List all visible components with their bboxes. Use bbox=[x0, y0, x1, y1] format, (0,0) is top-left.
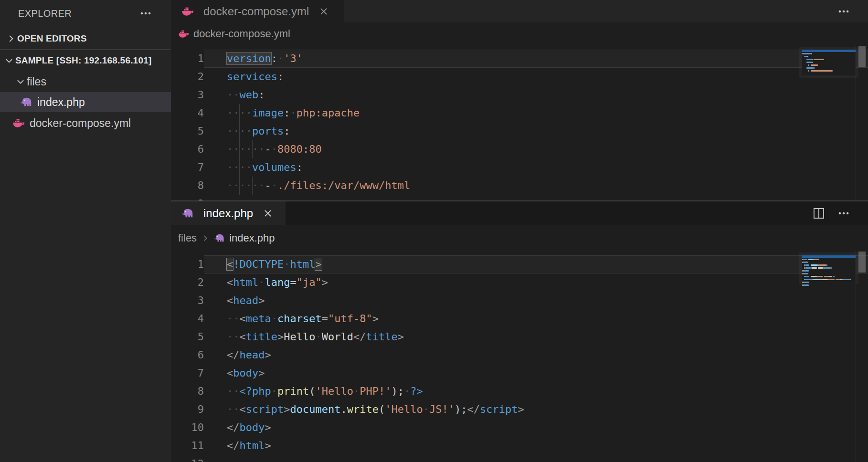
code-line: 6</head> bbox=[171, 346, 868, 364]
line-number: 8 bbox=[171, 382, 204, 400]
editor-actions bbox=[812, 201, 868, 225]
php-elephant-icon bbox=[20, 96, 32, 108]
more-actions-icon[interactable] bbox=[836, 206, 851, 220]
line-number: 6 bbox=[171, 140, 204, 158]
code-line: 1<!DOCTYPE·html> bbox=[171, 255, 868, 273]
line-number: 3 bbox=[171, 86, 204, 104]
explorer-more-actions-icon[interactable] bbox=[138, 6, 153, 21]
minimap[interactable] bbox=[802, 50, 856, 75]
code-line: 7····volumes: bbox=[171, 158, 868, 177]
code-line: 8······-·./files:/var/www/html bbox=[171, 177, 868, 195]
line-number: 10 bbox=[171, 419, 204, 437]
code-editor-index-php[interactable]: 1<!DOCTYPE·html>2<html·lang="ja">3<head>… bbox=[171, 251, 868, 462]
chevron-right-icon bbox=[5, 32, 17, 45]
chevron-down-icon bbox=[14, 75, 27, 88]
sidebar-item-files[interactable]: files bbox=[0, 72, 171, 92]
code-line: 4····image:·php:apache bbox=[171, 104, 868, 122]
line-number: 9 bbox=[171, 195, 204, 200]
code-editor-docker-compose[interactable]: 1version:·'3'2services:3··web:4····image… bbox=[171, 45, 868, 200]
file-label: index.php bbox=[37, 96, 85, 109]
code-line: 11</html> bbox=[171, 437, 868, 455]
line-number: 12 bbox=[171, 455, 204, 462]
tab-label: index.php bbox=[203, 207, 253, 220]
docker-whale-icon bbox=[178, 28, 189, 39]
tab-index-php[interactable]: index.php bbox=[171, 201, 286, 225]
code-line: 12 bbox=[171, 455, 868, 462]
line-number: 3 bbox=[171, 292, 204, 310]
vscode-window: EXPLORER OPEN EDITORS SAMPLE [SSH: 192.1… bbox=[0, 0, 868, 462]
code-line: 2services: bbox=[171, 68, 868, 86]
scrollbar-thumb[interactable] bbox=[858, 252, 866, 273]
line-number: 6 bbox=[171, 346, 204, 364]
line-number: 8 bbox=[171, 177, 204, 195]
code-line: 3<head> bbox=[171, 292, 868, 310]
vertical-scrollbar[interactable] bbox=[856, 45, 868, 200]
editor-area: docker-compose.yml docker-compose.yml 1v… bbox=[171, 0, 868, 462]
chevron-down-icon bbox=[3, 54, 15, 67]
line-number: 1 bbox=[171, 255, 204, 273]
tab-bar: docker-compose.yml bbox=[171, 0, 868, 22]
code-line: 6······-·8080:80 bbox=[171, 140, 868, 158]
tab-label: docker-compose.yml bbox=[203, 5, 309, 18]
line-number: 2 bbox=[171, 273, 204, 292]
tab-bar: index.php bbox=[171, 201, 868, 225]
editor-group-docker-compose: docker-compose.yml docker-compose.yml 1v… bbox=[171, 0, 868, 200]
explorer-sidebar: EXPLORER OPEN EDITORS SAMPLE [SSH: 192.1… bbox=[0, 0, 171, 462]
line-number: 5 bbox=[171, 328, 204, 346]
explorer-header: EXPLORER bbox=[0, 0, 171, 27]
editor-actions bbox=[836, 0, 868, 22]
more-actions-icon[interactable] bbox=[836, 4, 851, 19]
open-editors-label: OPEN EDITORS bbox=[17, 33, 87, 44]
code-line: 3··web: bbox=[171, 86, 868, 104]
line-number: 1 bbox=[171, 50, 204, 68]
line-number: 5 bbox=[171, 122, 204, 140]
code-line: 2<html·lang="ja"> bbox=[171, 273, 868, 292]
workspace-section[interactable]: SAMPLE [SSH: 192.168.56.101] bbox=[0, 51, 171, 71]
breadcrumb-item-index-php[interactable]: index.php bbox=[229, 232, 275, 244]
code-line: 5····ports: bbox=[171, 122, 868, 140]
split-editor-icon[interactable] bbox=[812, 206, 826, 220]
code-line: 1version:·'3' bbox=[171, 50, 868, 68]
code-line: 5··<title>Hello·World</title> bbox=[171, 328, 868, 346]
scrollbar-thumb[interactable] bbox=[858, 46, 866, 67]
vertical-scrollbar[interactable] bbox=[856, 251, 868, 462]
line-number: 11 bbox=[171, 437, 204, 455]
minimap[interactable] bbox=[802, 255, 856, 290]
tab-docker-compose-yml[interactable]: docker-compose.yml bbox=[171, 0, 344, 22]
section-divider bbox=[0, 49, 171, 50]
line-number: 2 bbox=[171, 68, 204, 86]
line-number: 9 bbox=[171, 400, 204, 419]
php-elephant-icon bbox=[181, 207, 194, 220]
editor-group-index-php: index.php files index.php 1<!DOCTYPE·htm… bbox=[171, 201, 868, 462]
folder-label: files bbox=[27, 75, 46, 88]
code-line: 7<body> bbox=[171, 364, 868, 382]
sidebar-item-docker-compose[interactable]: docker-compose.yml bbox=[0, 113, 171, 133]
line-number: 4 bbox=[171, 310, 204, 328]
breadcrumb: docker-compose.yml bbox=[171, 22, 868, 45]
code-line: 9 bbox=[171, 195, 868, 200]
breadcrumb-item-files[interactable]: files bbox=[178, 232, 197, 244]
file-label: docker-compose.yml bbox=[30, 117, 131, 130]
workspace-label: SAMPLE [SSH: 192.168.56.101] bbox=[15, 55, 151, 66]
php-elephant-icon bbox=[214, 232, 225, 243]
docker-whale-icon bbox=[12, 117, 25, 129]
breadcrumb-item[interactable]: docker-compose.yml bbox=[193, 28, 290, 40]
sidebar-item-index-php[interactable]: index.php bbox=[0, 92, 171, 112]
line-number: 7 bbox=[171, 158, 204, 177]
open-editors-section[interactable]: OPEN EDITORS bbox=[0, 29, 171, 49]
line-number: 4 bbox=[171, 104, 204, 122]
chevron-right-icon bbox=[201, 234, 210, 242]
explorer-title: EXPLORER bbox=[18, 8, 72, 19]
code-line: 9··<script>document.write('Hello·JS!');<… bbox=[171, 400, 868, 419]
breadcrumb: files index.php bbox=[171, 225, 868, 251]
code-line: 10</body> bbox=[171, 419, 868, 437]
code-line: 8··<?php·print('Hello·PHP!');·?> bbox=[171, 382, 868, 400]
close-icon[interactable] bbox=[262, 207, 274, 220]
line-number: 7 bbox=[171, 364, 204, 382]
close-icon[interactable] bbox=[318, 5, 330, 18]
docker-whale-icon bbox=[181, 5, 194, 18]
code-line: 4··<meta·charset="utf-8"> bbox=[171, 310, 868, 328]
